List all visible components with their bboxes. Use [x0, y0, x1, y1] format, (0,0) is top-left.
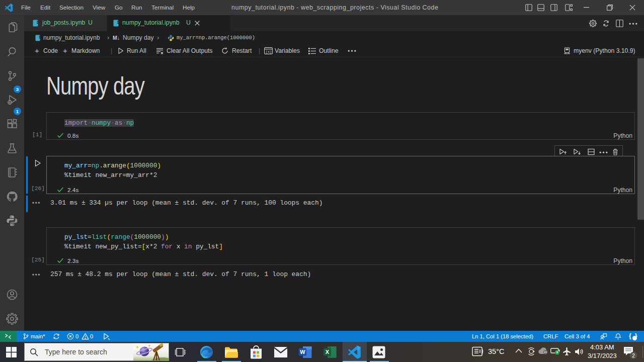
svg-text:X: X [326, 349, 330, 355]
svg-text:2: 2 [632, 353, 635, 358]
svg-text:(x): (x) [266, 50, 272, 54]
svg-text:W: W [300, 349, 305, 355]
